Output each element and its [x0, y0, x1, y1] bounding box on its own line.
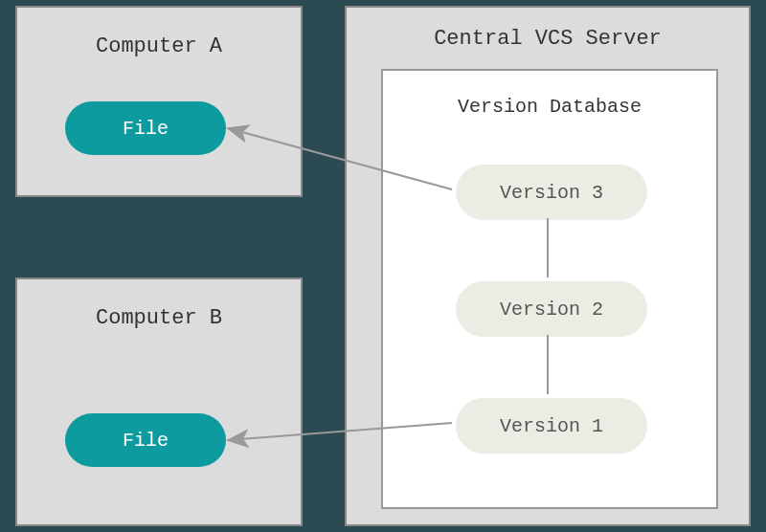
computer-b-file-label: File	[123, 430, 169, 452]
version-2-pill: Version 2	[456, 281, 647, 337]
computer-b-file-pill: File	[65, 413, 226, 467]
computer-b-box: Computer B File	[15, 277, 303, 526]
version-3-label: Version 3	[500, 182, 603, 204]
computer-a-box: Computer A File	[15, 6, 303, 197]
computer-b-title: Computer B	[17, 279, 301, 330]
version-2-label: Version 2	[500, 299, 603, 321]
computer-a-file-pill: File	[65, 101, 226, 155]
version-3-pill: Version 3	[456, 165, 647, 220]
version-1-label: Version 1	[500, 415, 603, 437]
version-database-title: Version Database	[383, 71, 716, 118]
version-1-pill: Version 1	[456, 398, 647, 454]
computer-a-file-label: File	[123, 118, 169, 140]
server-box: Central VCS Server Version Database Vers…	[345, 6, 751, 526]
version-database-box: Version Database Version 3 Version 2 Ver…	[381, 69, 718, 509]
server-title: Central VCS Server	[347, 8, 749, 51]
computer-a-title: Computer A	[17, 8, 301, 58]
